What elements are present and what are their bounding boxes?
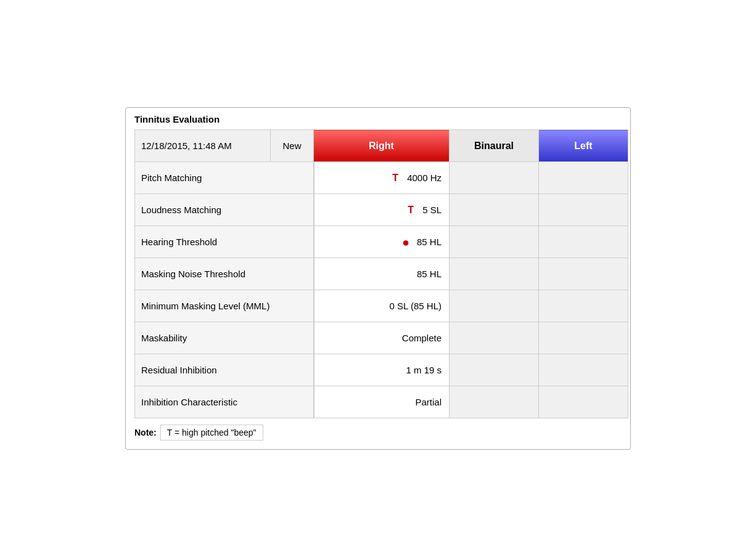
row-left-6 xyxy=(539,354,628,386)
row-label-1: Loudness Matching xyxy=(135,194,314,226)
row-right-2: ●85 HL xyxy=(314,226,450,258)
row-right-7: Partial xyxy=(314,386,450,418)
row-left-0 xyxy=(539,162,628,194)
panel-container: Tinnitus Evaluation 12/18/2015, 11:48 AM… xyxy=(125,107,631,450)
row-left-3 xyxy=(539,258,628,290)
row-right-3: 85 HL xyxy=(314,258,450,290)
row-binaural-2 xyxy=(450,226,539,258)
row-right-5: Complete xyxy=(314,322,450,354)
row-label-6: Residual Inhibition xyxy=(135,354,314,386)
row-label-4: Minimum Masking Level (MML) xyxy=(135,290,314,322)
header-datetime: 12/18/2015, 11:48 AM xyxy=(135,130,271,162)
row-label-3: Masking Noise Threshold xyxy=(135,258,314,290)
panel-title: Tinnitus Evaluation xyxy=(134,114,622,124)
evaluation-table: 12/18/2015, 11:48 AM New Right Binaural … xyxy=(134,129,628,418)
header-left: Left xyxy=(539,130,628,162)
row-binaural-0 xyxy=(450,162,539,194)
row-label-0: Pitch Matching xyxy=(135,162,314,194)
note-row: Note: T = high pitched "beep" xyxy=(134,425,622,441)
note-label: Note: xyxy=(134,428,157,437)
row-label-7: Inhibition Characteristic xyxy=(135,386,314,418)
row-label-2: Hearing Threshold xyxy=(135,226,314,258)
row-right-4: 0 SL (85 HL) xyxy=(314,290,450,322)
row-binaural-5 xyxy=(450,322,539,354)
row-binaural-4 xyxy=(450,290,539,322)
row-binaural-3 xyxy=(450,258,539,290)
row-right-0: T4000 Hz xyxy=(314,162,450,194)
header-binaural: Binaural xyxy=(450,130,539,162)
header-right: Right xyxy=(314,130,450,162)
row-left-4 xyxy=(539,290,628,322)
header-new: New xyxy=(271,130,314,162)
row-binaural-1 xyxy=(450,194,539,226)
row-left-7 xyxy=(539,386,628,418)
row-left-5 xyxy=(539,322,628,354)
row-binaural-7 xyxy=(450,386,539,418)
row-label-5: Maskability xyxy=(135,322,314,354)
row-binaural-6 xyxy=(450,354,539,386)
row-right-6: 1 m 19 s xyxy=(314,354,450,386)
tinnitus-evaluation-panel: Tinnitus Evaluation 12/18/2015, 11:48 AM… xyxy=(125,107,631,450)
row-right-1: T5 SL xyxy=(314,194,450,226)
note-text: T = high pitched "beep" xyxy=(160,425,263,441)
row-left-1 xyxy=(539,194,628,226)
row-left-2 xyxy=(539,226,628,258)
